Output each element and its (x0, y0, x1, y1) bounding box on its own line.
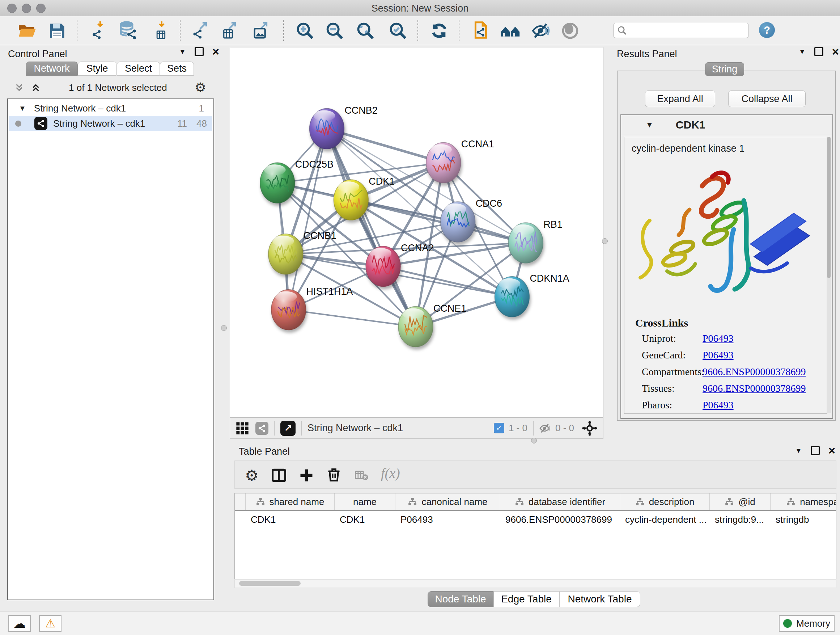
panel-float-icon[interactable] (814, 47, 823, 56)
crosslink-value-link[interactable]: P06493 (703, 333, 734, 344)
network-node-ccna1[interactable]: CCNA1 (426, 139, 494, 183)
network-edge[interactable] (327, 129, 443, 163)
hide-selected-button[interactable] (532, 21, 552, 41)
expand-all-chevron-icon[interactable] (30, 82, 41, 93)
zoom-out-button[interactable] (325, 21, 345, 41)
panel-menu-icon[interactable]: ▼ (179, 48, 186, 56)
table-cell[interactable]: stringdb:9... (710, 512, 771, 527)
protein-card-header[interactable]: ▼ CDK1 (621, 115, 832, 135)
table-settings-gear-icon[interactable]: ⚙ (245, 467, 259, 485)
column-header-shared-name[interactable]: shared name (246, 494, 335, 510)
tab-network-table[interactable]: Network Table (559, 591, 640, 607)
table-cell[interactable]: stringdb (771, 512, 836, 527)
network-options-gear-icon[interactable]: ⚙ (195, 80, 206, 95)
network-edge[interactable] (289, 310, 416, 327)
collection-expand-icon[interactable]: ▼ (19, 104, 26, 112)
scrollbar-thumb[interactable] (239, 581, 301, 586)
collapse-all-chevron-icon[interactable] (14, 82, 25, 93)
search-input[interactable] (627, 25, 745, 36)
network-badge-gray[interactable] (256, 422, 268, 435)
network-node-cdkn1a[interactable]: CDKN1A (495, 273, 569, 317)
zoom-selected-button[interactable] (388, 21, 408, 41)
panel-close-icon[interactable]: × (832, 48, 839, 55)
table-cell[interactable]: CDK1 (335, 512, 395, 527)
column-header-name[interactable]: name (335, 494, 395, 510)
crosslink-value-link[interactable]: P06493 (703, 349, 734, 361)
horizontal-splitter-handle[interactable] (531, 438, 537, 443)
open-session-button[interactable] (17, 21, 37, 41)
table-cell[interactable]: 9606.ENSP00000378699 (500, 512, 620, 527)
column-header--id[interactable]: @id (710, 494, 771, 510)
import-network-file-button[interactable] (90, 21, 110, 41)
collapse-card-icon[interactable]: ▼ (646, 120, 653, 129)
network-node-cdk1[interactable]: CDK1 (333, 176, 395, 220)
import-table-file-button[interactable] (151, 21, 172, 41)
network-snapshot-button[interactable] (470, 21, 490, 41)
panel-close-icon[interactable]: × (212, 48, 219, 55)
panel-menu-icon[interactable]: ▼ (795, 447, 802, 455)
network-collection-row[interactable]: ▼ String Network – cdk1 1 (9, 101, 212, 116)
crosslink-value-link[interactable]: P06493 (703, 399, 734, 411)
column-header-canonical-name[interactable]: canonical name (395, 494, 500, 510)
table-horizontal-scrollbar[interactable] (234, 579, 836, 588)
grid-view-icon[interactable] (235, 421, 249, 435)
memory-button[interactable]: Memory (779, 615, 835, 632)
import-network-database-button[interactable] (118, 21, 139, 41)
birds-eye-toggle-icon[interactable] (581, 420, 598, 437)
collapse-all-button[interactable]: Collapse All (728, 90, 806, 107)
table-panel-title: Table Panel (239, 446, 290, 457)
panel-float-icon[interactable] (195, 47, 204, 56)
collection-count: 1 (199, 103, 204, 114)
open-in-window-icon[interactable]: ↗ (280, 421, 295, 436)
tab-select[interactable]: Select (117, 62, 160, 76)
panel-float-icon[interactable] (811, 446, 820, 455)
zoom-in-button[interactable] (295, 21, 315, 41)
column-browser-icon[interactable] (271, 467, 287, 483)
table-cell[interactable]: P06493 (395, 512, 500, 527)
export-image-button[interactable] (251, 21, 272, 41)
vertical-splitter-handle[interactable] (602, 238, 608, 244)
delete-column-trash-icon[interactable] (326, 467, 342, 483)
tab-node-table[interactable]: Node Table (428, 591, 493, 607)
column-header-description[interactable]: description (620, 494, 710, 510)
network-node-ccnb2[interactable]: CCNB2 (309, 105, 378, 149)
network-node-ccne1[interactable]: CCNE1 (398, 303, 466, 347)
tab-style[interactable]: Style (78, 62, 117, 76)
refresh-view-button[interactable] (429, 21, 449, 41)
create-column-plus-icon[interactable] (298, 467, 314, 483)
network-canvas[interactable]: CCNB2CCNA1CDC25BCDK1CDC6RB1CCNB1CCNA2CDK… (230, 47, 603, 417)
vertical-splitter-handle[interactable] (221, 325, 227, 331)
node-table[interactable]: shared namenamecanonical namedatabase id… (234, 493, 836, 579)
crosslink-value-link[interactable]: 9606.ENSP00000378699 (703, 383, 806, 394)
export-network-button[interactable] (191, 21, 211, 41)
first-neighbors-button[interactable] (500, 21, 521, 41)
table-cell[interactable]: CDK1 (246, 512, 335, 527)
tab-string[interactable]: String (705, 62, 744, 76)
export-table-button[interactable] (220, 21, 240, 41)
table-cell[interactable]: cyclin-dependent ... (620, 512, 710, 527)
network-node-hist1h1a[interactable]: HIST1H1A (271, 286, 353, 330)
tab-edge-table[interactable]: Edge Table (493, 591, 559, 607)
help-button[interactable]: ? (759, 22, 775, 38)
results-scrollbar[interactable] (827, 137, 831, 413)
network-edge[interactable] (289, 129, 327, 310)
zoom-fit-button[interactable] (355, 21, 376, 41)
network-node-rb1[interactable]: RB1 (508, 219, 562, 263)
panel-menu-icon[interactable]: ▼ (799, 48, 806, 56)
results-scrollbar-thumb[interactable] (827, 137, 831, 278)
tab-network[interactable]: Network (26, 62, 78, 76)
column-header-database-identifier[interactable]: database identifier (500, 494, 620, 510)
crosslink-value-link[interactable]: 9606.ENSP00000378699 (703, 366, 806, 378)
save-session-button[interactable] (47, 21, 67, 41)
tab-sets[interactable]: Sets (160, 62, 194, 76)
network-edge[interactable] (327, 129, 416, 327)
expand-all-button[interactable]: Expand All (645, 90, 715, 107)
panel-close-icon[interactable]: × (829, 447, 835, 454)
show-all-button[interactable] (560, 21, 580, 41)
warnings-button[interactable]: ⚠ (39, 615, 62, 632)
column-header-namespace[interactable]: namespace (771, 494, 836, 510)
network-edge[interactable] (383, 266, 512, 297)
selected-checkbox-icon[interactable]: ✓ (494, 423, 504, 433)
cloud-status-button[interactable]: ☁ (8, 615, 31, 632)
network-row-selected[interactable]: String Network – cdk1 11 48 (9, 116, 212, 131)
